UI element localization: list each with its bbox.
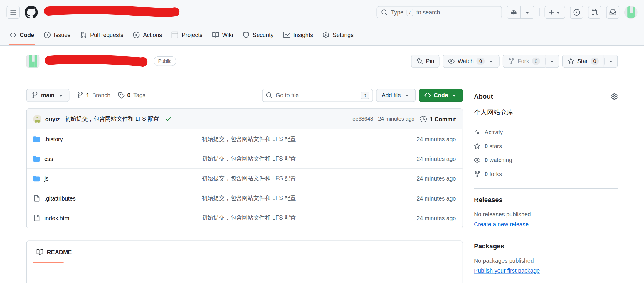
commit-meta: ee68648 · 24 minutes ago 1 Commit: [352, 116, 456, 122]
fork-button[interactable]: Fork 0: [503, 55, 545, 68]
eye-icon: [448, 58, 455, 64]
activity-link[interactable]: Activity: [474, 125, 618, 139]
identicon-image: [33, 115, 41, 123]
file-age-link[interactable]: 24 minutes ago: [386, 195, 456, 201]
file-name-link[interactable]: .gitattributes: [33, 195, 201, 201]
tab-issues[interactable]: Issues: [41, 25, 74, 45]
readme-title: README: [47, 249, 72, 255]
copilot-button-group: [507, 6, 534, 19]
stars-count: 0: [485, 143, 488, 149]
tab-label: Projects: [182, 32, 203, 38]
file-commit-message-link[interactable]: 初始提交，包含网站文件和 LFS 配置: [202, 214, 386, 222]
chevron-down-icon: [608, 58, 614, 64]
tab-settings[interactable]: Settings: [320, 25, 357, 45]
releases-title: Releases: [474, 196, 618, 204]
tab-label: Wiki: [222, 32, 233, 38]
folder-icon: [33, 175, 40, 181]
commit-author-name[interactable]: ouyiz: [45, 116, 60, 122]
stars-link[interactable]: 0 stars: [474, 139, 618, 153]
file-name-link[interactable]: index.html: [33, 215, 201, 221]
packages-empty-text: No packages published: [474, 257, 618, 264]
tab-projects[interactable]: Projects: [169, 25, 206, 45]
issues-nav-button[interactable]: [570, 6, 583, 19]
create-new-button[interactable]: [545, 6, 565, 18]
file-age-link[interactable]: 24 minutes ago: [386, 136, 456, 142]
hamburger-menu-button[interactable]: [6, 6, 20, 19]
search-input[interactable]: Type / to search: [377, 6, 502, 18]
copilot-button[interactable]: [507, 6, 520, 18]
watching-link[interactable]: 0 watching: [474, 153, 618, 167]
tags-link[interactable]: 0 Tags: [118, 92, 145, 98]
repo-header: Public Pin Watch 0 Fork 0: [0, 46, 644, 76]
graph-icon: [283, 32, 290, 38]
file-age-link[interactable]: 24 minutes ago: [386, 215, 456, 221]
github-logo[interactable]: [25, 6, 38, 19]
star-menu-button[interactable]: [604, 55, 618, 68]
tab-wiki[interactable]: Wiki: [209, 25, 236, 45]
publish-package-link[interactable]: Publish your first package: [474, 267, 540, 274]
fork-menu-button[interactable]: [546, 55, 559, 68]
file-commit-message-link[interactable]: 初始提交，包含网站文件和 LFS 配置: [202, 155, 386, 162]
star-button[interactable]: Star 0: [562, 55, 604, 68]
fork-button-group: Fork 0: [503, 55, 559, 68]
search-placeholder-suffix: to search: [416, 9, 440, 16]
tab-actions[interactable]: Actions: [130, 25, 165, 45]
copilot-icon: [510, 9, 517, 16]
branch-selector-button[interactable]: main: [26, 89, 69, 102]
copilot-menu-button[interactable]: [520, 6, 534, 18]
file-commit-message-link[interactable]: 初始提交，包含网站文件和 LFS 配置: [202, 194, 386, 202]
inbox-icon: [610, 9, 616, 16]
forks-link[interactable]: 0 forks: [474, 167, 618, 181]
forks-label: forks: [490, 171, 502, 177]
tag-word: Tags: [133, 92, 145, 98]
inbox-button[interactable]: [606, 6, 619, 19]
commit-count-label: 1 Commit: [430, 116, 456, 122]
main-column: main 1 Branch 0 Tags: [26, 76, 463, 283]
top-bar: Type / to search: [0, 0, 644, 25]
user-avatar[interactable]: [624, 6, 638, 19]
file-name: css: [44, 155, 53, 162]
tab-insights[interactable]: Insights: [280, 25, 316, 45]
tab-code[interactable]: Code: [6, 25, 37, 45]
file-name-link[interactable]: css: [33, 155, 201, 162]
readme-tab[interactable]: README: [27, 241, 463, 263]
commit-message-link[interactable]: 初始提交，包含网站文件和 LFS 配置: [65, 115, 159, 122]
chevron-down-icon: [488, 58, 494, 64]
branches-link[interactable]: 1 Branch: [77, 92, 110, 98]
redaction-scribble-breadcrumb: [43, 6, 181, 19]
tab-security[interactable]: Security: [240, 25, 277, 45]
slash-key-hint: /: [407, 9, 413, 16]
star-button-group: Star 0: [562, 55, 618, 68]
eye-icon: [474, 157, 480, 163]
edit-repo-details-button[interactable]: [611, 93, 618, 100]
code-button[interactable]: Code: [419, 89, 463, 102]
search-placeholder-prefix: Type: [391, 9, 403, 16]
commit-status-check-icon[interactable]: [165, 116, 172, 122]
commit-history-link[interactable]: 1 Commit: [420, 116, 456, 122]
github-mark-icon: [25, 6, 38, 19]
pull-requests-nav-button[interactable]: [588, 6, 601, 19]
table-row: .gitattributes 初始提交，包含网站文件和 LFS 配置 24 mi…: [27, 188, 463, 208]
file-name-link[interactable]: .history: [33, 136, 201, 142]
folder-icon: [33, 136, 40, 142]
file-age-link[interactable]: 24 minutes ago: [386, 175, 456, 181]
file-name-link[interactable]: js: [33, 175, 201, 181]
go-to-file-input[interactable]: Go to file t: [262, 89, 373, 102]
watch-button[interactable]: Watch 0: [443, 55, 500, 68]
pin-button[interactable]: Pin: [411, 55, 440, 68]
file-commit-message-link[interactable]: 初始提交，包含网站文件和 LFS 配置: [202, 135, 386, 143]
repo-action-buttons: Pin Watch 0 Fork 0 Star 0: [411, 55, 618, 68]
create-release-link[interactable]: Create a new release: [474, 221, 529, 227]
file-age-link[interactable]: 24 minutes ago: [386, 155, 456, 162]
file-name: index.html: [44, 215, 70, 221]
file-commit-message-link[interactable]: 初始提交，包含网站文件和 LFS 配置: [202, 175, 386, 182]
repo-avatar[interactable]: [26, 55, 40, 68]
commit-author-avatar[interactable]: [33, 115, 41, 123]
tab-pull-requests[interactable]: Pull requests: [77, 25, 127, 45]
table-row: js 初始提交，包含网站文件和 LFS 配置 24 minutes ago: [27, 169, 463, 188]
commit-sha-time-link[interactable]: ee68648 · 24 minutes ago: [352, 116, 414, 122]
git-branch-icon: [32, 92, 38, 98]
chevron-down-icon: [524, 9, 531, 16]
add-file-button[interactable]: Add file: [376, 89, 416, 102]
table-row: index.html 初始提交，包含网站文件和 LFS 配置 24 minute…: [27, 208, 463, 228]
